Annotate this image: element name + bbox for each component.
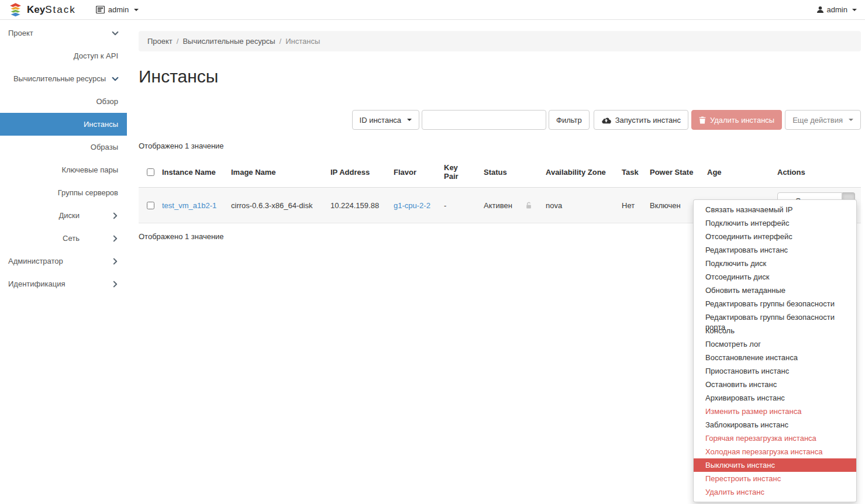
- breadcrumb-separator: /: [275, 37, 286, 46]
- keystack-layers-icon: [8, 2, 23, 17]
- user-icon: [816, 6, 824, 13]
- row-checkbox[interactable]: [147, 202, 154, 209]
- sidebar-item-project[interactable]: Проект: [0, 22, 127, 44]
- header-image-name[interactable]: Image Name: [225, 158, 325, 188]
- actions-menu-item[interactable]: Приостановить инстанс: [694, 364, 856, 378]
- header-ip-address[interactable]: IP Address: [325, 158, 388, 188]
- select-all-checkbox[interactable]: [147, 168, 154, 176]
- actions-menu-item[interactable]: Консоль: [694, 324, 856, 337]
- filter-button-label: Фильтр: [556, 116, 582, 125]
- delete-instances-button[interactable]: Удалить инстансы: [691, 110, 782, 130]
- actions-menu-item[interactable]: Отсоединить диск: [694, 270, 856, 284]
- sidebar-item-identity[interactable]: Идентификация: [0, 272, 127, 295]
- table-toolbar: ID инстанса Фильтр Запустить инстанс: [139, 110, 861, 130]
- sidebar-item-api-access[interactable]: Доступ к API: [0, 44, 127, 67]
- sidebar-item-label: Доступ к API: [74, 51, 118, 60]
- sidebar-item-label: Администратор: [8, 257, 63, 265]
- brand-logo[interactable]: KeyStack: [8, 2, 76, 17]
- sidebar-item-admin[interactable]: Администратор: [0, 250, 127, 272]
- more-actions-label: Еще действия: [792, 116, 843, 125]
- actions-menu-item[interactable]: Холодная перезагрузка инстанса: [694, 445, 856, 458]
- header-key-pair[interactable]: Key Pair: [438, 158, 478, 188]
- actions-menu-item[interactable]: Отсоединить интерфейс: [694, 230, 856, 243]
- sidebar-item-label: Диски: [58, 211, 80, 220]
- header-task[interactable]: Task: [616, 158, 644, 188]
- trash-icon: [699, 116, 706, 124]
- header-availability-zone[interactable]: Availability Zone: [540, 158, 616, 188]
- sidebar-item-label: Сеть: [63, 234, 80, 243]
- actions-menu-item[interactable]: Редактировать группы безопасности порта: [694, 310, 856, 324]
- chevron-right-icon: [111, 234, 119, 243]
- page-title: Инстансы: [139, 67, 861, 87]
- sidebar-item-instances[interactable]: Инстансы: [0, 113, 127, 136]
- unlock-icon: [525, 202, 533, 209]
- cloud-upload-icon: [601, 116, 611, 124]
- chevron-down-icon: [111, 29, 119, 37]
- header-status[interactable]: Status: [478, 158, 540, 188]
- actions-menu-item[interactable]: Подключить диск: [694, 257, 856, 270]
- chevron-right-icon: [111, 212, 119, 220]
- brand-key-text: Key: [27, 4, 45, 15]
- actions-menu-item[interactable]: Обновить метаданные: [694, 284, 856, 297]
- sidebar-item-label: Обзор: [96, 97, 118, 106]
- actions-menu-item[interactable]: Редактировать группы безопасности: [694, 297, 856, 310]
- actions-menu-item[interactable]: Остановить инстанс: [694, 378, 856, 391]
- items-count-top: Отображено 1 значение: [139, 141, 861, 150]
- actions-menu-item[interactable]: Удалить инстанс: [694, 485, 856, 499]
- chevron-right-icon: [111, 280, 119, 288]
- image-name-cell: cirros-0.6.3-x86_64-disk: [225, 188, 325, 223]
- filter-field-dropdown[interactable]: ID инстанса: [352, 110, 420, 130]
- header-flavor[interactable]: Flavor: [388, 158, 438, 188]
- header-age[interactable]: Age: [701, 158, 771, 188]
- actions-menu-item[interactable]: Заблокировать инстанс: [694, 418, 856, 431]
- sidebar-item-volumes[interactable]: Диски: [0, 204, 127, 227]
- sidebar-item-label: Группы серверов: [58, 188, 118, 197]
- instance-name-link[interactable]: test_vm_a1b2-1: [162, 201, 216, 210]
- breadcrumb-project[interactable]: Проект: [147, 37, 173, 46]
- domain-switcher[interactable]: admin: [96, 5, 139, 14]
- row-actions-menu: Связать назначаемый IP Подключить интерф…: [693, 199, 857, 502]
- chevron-right-icon: [111, 257, 119, 265]
- sidebar-item-overview[interactable]: Обзор: [0, 90, 127, 113]
- sidebar-item-server-groups[interactable]: Группы серверов: [0, 181, 127, 204]
- more-actions-button[interactable]: Еще действия: [785, 110, 861, 130]
- actions-menu-item-highlighted[interactable]: Выключить инстанс: [694, 458, 856, 472]
- sidebar-item-label: Инстансы: [84, 120, 118, 129]
- sidebar-item-label: Образы: [91, 143, 118, 151]
- task-cell: Нет: [616, 188, 644, 223]
- filter-button[interactable]: Фильтр: [549, 110, 590, 130]
- header-power-state[interactable]: Power State: [644, 158, 701, 188]
- actions-menu-item[interactable]: Подключить интерфейс: [694, 216, 856, 230]
- caret-down-icon: [852, 9, 857, 11]
- actions-menu-item[interactable]: Посмотреть лог: [694, 337, 856, 351]
- sidebar-item-images[interactable]: Образы: [0, 136, 127, 158]
- filter-input[interactable]: [422, 110, 546, 130]
- launch-instance-label: Запустить инстанс: [615, 116, 681, 125]
- breadcrumb-compute[interactable]: Вычислительные ресурсы: [182, 37, 275, 46]
- caret-down-icon: [134, 9, 139, 11]
- sidebar-item-label: Вычислительные ресурсы: [13, 74, 106, 83]
- sidebar-item-network[interactable]: Сеть: [0, 227, 127, 250]
- sidebar: Проект Доступ к API Вычислительные ресур…: [0, 20, 127, 504]
- actions-menu-item[interactable]: Горячая перезагрузка инстанса: [694, 431, 856, 445]
- header-instance-name[interactable]: Instance Name: [156, 158, 225, 188]
- caret-down-icon: [849, 119, 853, 121]
- launch-instance-button[interactable]: Запустить инстанс: [594, 110, 688, 130]
- table-header-row: Instance Name Image Name IP Address Flav…: [139, 158, 861, 188]
- actions-menu-item[interactable]: Связать назначаемый IP: [694, 203, 856, 216]
- topbar: KeyStack admin admin: [0, 0, 865, 20]
- flavor-link[interactable]: g1-cpu-2-2: [394, 201, 430, 210]
- actions-menu-item[interactable]: Редактировать инстанс: [694, 243, 856, 257]
- actions-menu-item[interactable]: Изменить размер инстанса: [694, 405, 856, 418]
- sidebar-item-key-pairs[interactable]: Ключевые пары: [0, 158, 127, 181]
- sidebar-item-label: Идентификация: [8, 279, 65, 288]
- actions-menu-item[interactable]: Перестроить инстанс: [694, 472, 856, 485]
- sidebar-item-compute[interactable]: Вычислительные ресурсы: [0, 67, 127, 90]
- ip-address-cell: 10.224.159.88: [325, 188, 388, 223]
- user-menu-label: admin: [827, 5, 847, 14]
- user-menu[interactable]: admin: [816, 5, 857, 14]
- actions-menu-item[interactable]: Восстановление инстанса: [694, 351, 856, 364]
- key-pair-cell: -: [438, 188, 478, 223]
- caret-down-icon: [407, 119, 412, 121]
- actions-menu-item[interactable]: Архивировать инстанс: [694, 391, 856, 405]
